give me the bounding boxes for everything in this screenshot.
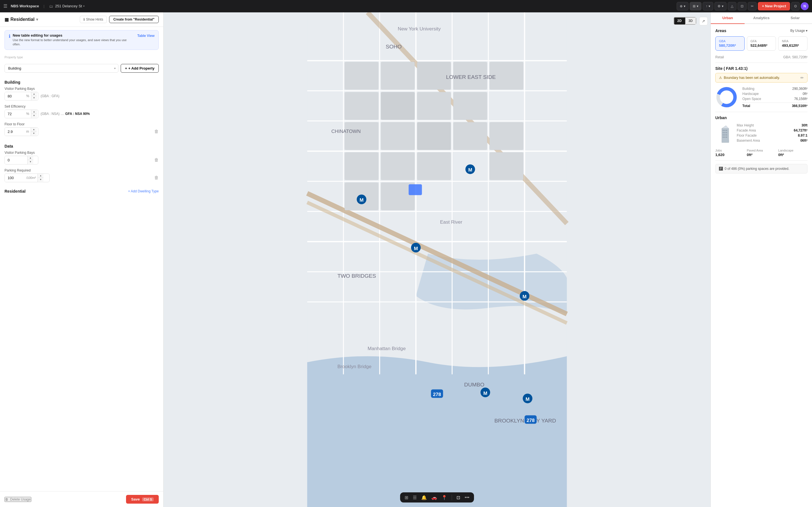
settings-icon: ⚙ (718, 4, 721, 8)
landscape-card: Landscape 0ft² (778, 149, 808, 157)
map-more-icon[interactable]: ••• (465, 495, 469, 500)
layers-icon: ⊕ (680, 4, 682, 8)
nra-label: NRA (782, 40, 804, 43)
usage-title-text: Residential (10, 17, 35, 22)
expand-tool-btn[interactable]: ⊡ (738, 2, 747, 10)
visitor-parking-bays-input[interactable] (5, 92, 24, 100)
jobs-value: 1,620 (715, 153, 745, 157)
parking-required-input[interactable] (5, 174, 24, 182)
max-height-value: 30ft (802, 123, 808, 127)
new-project-button[interactable]: + New Project (758, 2, 790, 10)
map-expand-button[interactable]: ↗ (699, 17, 708, 25)
table-view-button[interactable]: Table View (137, 33, 154, 38)
svg-rect-33 (417, 152, 451, 180)
plus-icon: + (125, 66, 127, 70)
map-toolbar: ⊞ ☰ 🔔 🚗 📍 ⊡ ••• (400, 492, 474, 503)
breakdown-list: Building 290,360ft² Hardscape 0ft² Open … (742, 86, 808, 108)
project-name[interactable]: 251 Delancey St ▾ (55, 4, 85, 8)
project-chevron-icon: ▾ (83, 4, 85, 8)
tab-urban[interactable]: Urban (711, 12, 745, 24)
boundary-banner: ⚠ Boundary has been set automatically. ✏ (715, 73, 808, 82)
info-banner: ℹ New table editing for usages Use the n… (4, 30, 159, 50)
sell-efficiency-unit: % (24, 110, 31, 118)
visitor-parking-spinner-up[interactable]: ▲ (31, 92, 37, 96)
parking-required-spinner-down[interactable]: ▼ (38, 178, 43, 182)
visitor-parking-spinners: ▲ ▼ (31, 92, 37, 100)
map-3d-button[interactable]: 3D (685, 17, 696, 24)
save-button[interactable]: Save Ctrl S (126, 495, 159, 504)
data-visitor-parking-spinner-down[interactable]: ▼ (28, 160, 33, 164)
parking-required-delete-icon[interactable]: 🗑 (154, 175, 159, 180)
show-hints-button[interactable]: ℹ Show Hints (80, 16, 107, 23)
delete-usage-button[interactable]: 🗑 Delete Usage (4, 497, 31, 502)
svg-rect-22 (345, 92, 378, 120)
parking-required-label: Parking Required (4, 168, 159, 172)
grid-tool-btn[interactable]: ⊞▾ (690, 2, 702, 10)
floor-to-floor-spinner-up[interactable]: ▲ (31, 128, 37, 131)
svg-rect-28 (417, 122, 451, 150)
property-type-select[interactable]: Building (4, 64, 118, 73)
usage-title[interactable]: ▦ Residential ▾ (4, 17, 38, 22)
map-list-icon[interactable]: ☰ (413, 495, 417, 500)
map-bell-icon[interactable]: 🔔 (421, 495, 427, 500)
svg-rect-30 (490, 122, 523, 150)
visitor-parking-spinner-down[interactable]: ▼ (31, 96, 37, 100)
floor-to-floor-delete-icon[interactable]: 🗑 (154, 129, 159, 134)
nra-card[interactable]: NRA 493,612ft² (778, 36, 808, 51)
add-property-button[interactable]: + + Add Property (121, 64, 159, 73)
gba-card[interactable]: GBA 580,720ft² (715, 36, 745, 51)
sell-efficiency-spinner-down[interactable]: ▼ (31, 114, 37, 118)
by-usage-button[interactable]: By Usage ▾ (790, 29, 808, 33)
svg-rect-18 (381, 62, 415, 90)
map-pin-icon[interactable]: 📍 (442, 495, 447, 500)
tab-analytics[interactable]: Analytics (745, 12, 778, 24)
total-breakdown-row: Total 366,516ft² (742, 103, 808, 108)
svg-text:278: 278 (527, 417, 535, 423)
urban-section-header: Urban (715, 115, 808, 120)
create-from-residential-button[interactable]: Create from "Residential" (109, 16, 159, 23)
gba-label: GBA (719, 40, 741, 43)
svg-text:278: 278 (433, 392, 441, 397)
share-button[interactable]: ⊙ (791, 2, 800, 10)
svg-rect-26 (345, 122, 378, 150)
folder-icon: 🗂 (49, 4, 53, 8)
jobs-card: Jobs 1,620 (715, 149, 745, 157)
data-visitor-parking-spinner-up[interactable]: ▲ (28, 156, 33, 160)
settings-tool-btn[interactable]: ⚙▾ (714, 2, 726, 10)
map-fullscreen-icon[interactable]: ⊡ (456, 495, 460, 500)
add-dwelling-type-button[interactable]: + Add Dwelling Type (128, 189, 159, 193)
sell-efficiency-spinner-up[interactable]: ▲ (31, 110, 37, 114)
svg-rect-71 (723, 130, 724, 131)
sell-efficiency-input[interactable] (5, 110, 24, 118)
data-visitor-parking-delete-icon[interactable]: 🗑 (154, 158, 159, 163)
main-layout: ▦ Residential ▾ ℹ Show Hints Create from… (0, 12, 812, 507)
floor-to-floor-input-wrap: m ▲ ▼ (4, 127, 38, 136)
site-section-header: Site ( FAR 1.43:1) (715, 66, 808, 71)
layers-tool-btn[interactable]: ⊕▾ (677, 2, 689, 10)
gfa-card[interactable]: GFA 522,648ft² (747, 36, 776, 51)
floor-to-floor-input[interactable] (5, 128, 24, 136)
upload-tool-btn[interactable]: ↑▾ (703, 2, 713, 10)
svg-rect-34 (490, 152, 523, 180)
svg-rect-25 (453, 92, 487, 120)
data-visitor-parking-input[interactable] (5, 156, 28, 164)
parking-required-spinner-up[interactable]: ▲ (38, 174, 43, 178)
info-circle-icon: ℹ (9, 34, 10, 39)
hamburger-icon[interactable]: ☰ (3, 3, 7, 9)
map-svg: SOHO LOWER EAST SIDE CHINATOWN TWO BRIDG… (163, 12, 711, 507)
property-type-row: Building ▾ + + Add Property (4, 61, 159, 76)
svg-rect-77 (723, 134, 724, 135)
floor-to-floor-unit: m (24, 128, 31, 136)
triangle-tool-btn[interactable]: △ (728, 2, 737, 10)
map-layers-icon[interactable]: ⊞ (405, 495, 408, 500)
tab-solar[interactable]: Solar (778, 12, 812, 24)
sell-efficiency-input-row: % ▲ ▼ (GBA : NSA) .... GFA : NSA 90% (4, 110, 159, 118)
cut-tool-btn[interactable]: ✂ (748, 2, 757, 10)
map-2d-button[interactable]: 2D (674, 17, 685, 24)
residential-section-header: Residential (4, 189, 26, 193)
openspace-breakdown-label: Open Space (742, 97, 761, 101)
map-car-icon[interactable]: 🚗 (432, 495, 437, 500)
map-area[interactable]: SOHO LOWER EAST SIDE CHINATOWN TWO BRIDG… (163, 12, 711, 507)
floor-to-floor-spinner-down[interactable]: ▼ (31, 131, 37, 135)
boundary-edit-icon[interactable]: ✏ (801, 75, 804, 80)
